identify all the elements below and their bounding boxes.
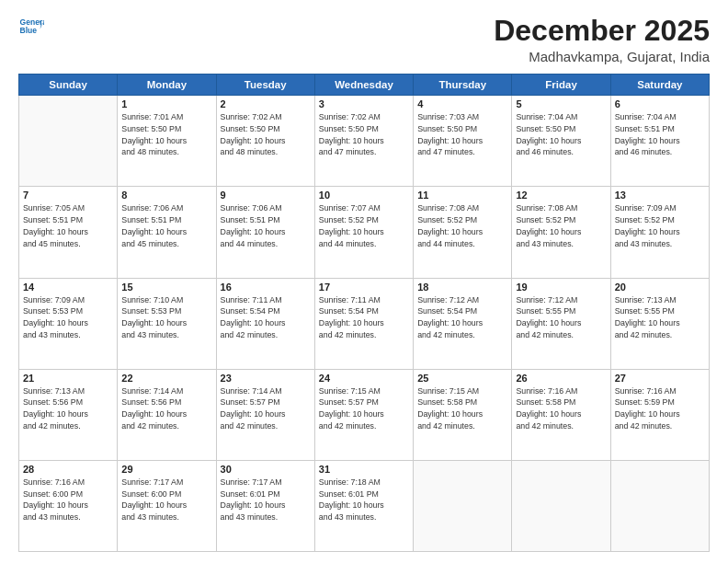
- cell-info: Sunrise: 7:10 AM Sunset: 5:53 PM Dayligh…: [121, 294, 211, 341]
- table-row: 5Sunrise: 7:04 AM Sunset: 5:50 PM Daylig…: [512, 96, 610, 187]
- header-row: Sunday Monday Tuesday Wednesday Thursday…: [19, 75, 710, 96]
- cell-info: Sunrise: 7:17 AM Sunset: 6:00 PM Dayligh…: [121, 477, 211, 523]
- cell-info: Sunrise: 7:14 AM Sunset: 5:57 PM Dayligh…: [221, 385, 311, 432]
- cell-info: Sunrise: 7:12 AM Sunset: 5:54 PM Dayligh…: [417, 294, 507, 341]
- table-row: [512, 460, 610, 551]
- table-row: 3Sunrise: 7:02 AM Sunset: 5:50 PM Daylig…: [314, 96, 413, 187]
- cell-info: Sunrise: 7:12 AM Sunset: 5:55 PM Dayligh…: [516, 294, 606, 341]
- cell-info: Sunrise: 7:16 AM Sunset: 5:59 PM Dayligh…: [615, 385, 705, 432]
- cell-info: Sunrise: 7:18 AM Sunset: 6:01 PM Dayligh…: [319, 477, 409, 523]
- cell-info: Sunrise: 7:16 AM Sunset: 6:00 PM Dayligh…: [23, 477, 113, 523]
- col-saturday: Saturday: [610, 75, 709, 96]
- table-row: 21Sunrise: 7:13 AM Sunset: 5:56 PM Dayli…: [19, 369, 118, 460]
- day-number: 2: [221, 98, 311, 109]
- table-row: [19, 96, 118, 187]
- table-row: 10Sunrise: 7:07 AM Sunset: 5:52 PM Dayli…: [314, 187, 413, 278]
- day-number: 3: [319, 98, 409, 109]
- table-row: 23Sunrise: 7:14 AM Sunset: 5:57 PM Dayli…: [216, 369, 314, 460]
- table-row: 29Sunrise: 7:17 AM Sunset: 6:00 PM Dayli…: [118, 460, 216, 551]
- table-row: 31Sunrise: 7:18 AM Sunset: 6:01 PM Dayli…: [314, 460, 413, 551]
- cell-info: Sunrise: 7:08 AM Sunset: 5:52 PM Dayligh…: [516, 202, 606, 249]
- cell-info: Sunrise: 7:08 AM Sunset: 5:52 PM Dayligh…: [417, 202, 507, 249]
- day-number: 29: [121, 464, 211, 475]
- day-number: 27: [615, 373, 705, 384]
- day-number: 25: [417, 373, 507, 384]
- table-row: 18Sunrise: 7:12 AM Sunset: 5:54 PM Dayli…: [414, 278, 512, 369]
- table-row: 1Sunrise: 7:01 AM Sunset: 5:50 PM Daylig…: [118, 96, 216, 187]
- day-number: 6: [615, 98, 705, 109]
- cell-info: Sunrise: 7:02 AM Sunset: 5:50 PM Dayligh…: [221, 111, 311, 158]
- table-row: 28Sunrise: 7:16 AM Sunset: 6:00 PM Dayli…: [19, 460, 118, 551]
- svg-text:Blue: Blue: [20, 26, 38, 35]
- day-number: 18: [417, 282, 507, 293]
- table-row: 6Sunrise: 7:04 AM Sunset: 5:51 PM Daylig…: [610, 96, 709, 187]
- table-row: [414, 460, 512, 551]
- cell-info: Sunrise: 7:15 AM Sunset: 5:58 PM Dayligh…: [417, 385, 507, 432]
- cell-info: Sunrise: 7:11 AM Sunset: 5:54 PM Dayligh…: [221, 294, 311, 341]
- day-number: 26: [516, 373, 606, 384]
- day-number: 7: [23, 190, 113, 201]
- day-number: 8: [121, 190, 211, 201]
- logo: General Blue: [18, 15, 44, 40]
- location: Madhavkampa, Gujarat, India: [494, 49, 710, 64]
- day-number: 15: [121, 282, 211, 293]
- calendar-week-row: 7Sunrise: 7:05 AM Sunset: 5:51 PM Daylig…: [19, 187, 710, 278]
- day-number: 1: [121, 98, 211, 109]
- col-monday: Monday: [118, 75, 216, 96]
- header: General Blue December 2025 Madhavkampa, …: [18, 15, 710, 64]
- table-row: 7Sunrise: 7:05 AM Sunset: 5:51 PM Daylig…: [19, 187, 118, 278]
- table-row: 15Sunrise: 7:10 AM Sunset: 5:53 PM Dayli…: [118, 278, 216, 369]
- cell-info: Sunrise: 7:04 AM Sunset: 5:51 PM Dayligh…: [615, 111, 705, 158]
- table-row: 11Sunrise: 7:08 AM Sunset: 5:52 PM Dayli…: [414, 187, 512, 278]
- cell-info: Sunrise: 7:11 AM Sunset: 5:54 PM Dayligh…: [319, 294, 409, 341]
- cell-info: Sunrise: 7:15 AM Sunset: 5:57 PM Dayligh…: [319, 385, 409, 432]
- title-block: December 2025 Madhavkampa, Gujarat, Indi…: [494, 15, 710, 64]
- table-row: 25Sunrise: 7:15 AM Sunset: 5:58 PM Dayli…: [414, 369, 512, 460]
- table-row: 22Sunrise: 7:14 AM Sunset: 5:56 PM Dayli…: [118, 369, 216, 460]
- cell-info: Sunrise: 7:09 AM Sunset: 5:53 PM Dayligh…: [23, 294, 113, 341]
- table-row: 12Sunrise: 7:08 AM Sunset: 5:52 PM Dayli…: [512, 187, 610, 278]
- table-row: 20Sunrise: 7:13 AM Sunset: 5:55 PM Dayli…: [610, 278, 709, 369]
- cell-info: Sunrise: 7:02 AM Sunset: 5:50 PM Dayligh…: [319, 111, 409, 158]
- col-wednesday: Wednesday: [314, 75, 413, 96]
- day-number: 23: [221, 373, 311, 384]
- col-thursday: Thursday: [414, 75, 512, 96]
- day-number: 28: [23, 464, 113, 475]
- day-number: 14: [23, 282, 113, 293]
- day-number: 17: [319, 282, 409, 293]
- day-number: 9: [221, 190, 311, 201]
- table-row: 14Sunrise: 7:09 AM Sunset: 5:53 PM Dayli…: [19, 278, 118, 369]
- table-row: 13Sunrise: 7:09 AM Sunset: 5:52 PM Dayli…: [610, 187, 709, 278]
- cell-info: Sunrise: 7:06 AM Sunset: 5:51 PM Dayligh…: [221, 202, 311, 249]
- page: General Blue December 2025 Madhavkampa, …: [0, 0, 728, 563]
- day-number: 24: [319, 373, 409, 384]
- month-title: December 2025: [494, 15, 710, 47]
- calendar-table: Sunday Monday Tuesday Wednesday Thursday…: [18, 74, 710, 552]
- cell-info: Sunrise: 7:14 AM Sunset: 5:56 PM Dayligh…: [121, 385, 211, 432]
- col-sunday: Sunday: [19, 75, 118, 96]
- col-tuesday: Tuesday: [216, 75, 314, 96]
- calendar-week-row: 1Sunrise: 7:01 AM Sunset: 5:50 PM Daylig…: [19, 96, 710, 187]
- day-number: 10: [319, 190, 409, 201]
- logo-icon: General Blue: [18, 15, 44, 40]
- cell-info: Sunrise: 7:09 AM Sunset: 5:52 PM Dayligh…: [615, 202, 705, 249]
- table-row: 27Sunrise: 7:16 AM Sunset: 5:59 PM Dayli…: [610, 369, 709, 460]
- day-number: 30: [221, 464, 311, 475]
- day-number: 12: [516, 190, 606, 201]
- table-row: 16Sunrise: 7:11 AM Sunset: 5:54 PM Dayli…: [216, 278, 314, 369]
- cell-info: Sunrise: 7:16 AM Sunset: 5:58 PM Dayligh…: [516, 385, 606, 432]
- cell-info: Sunrise: 7:13 AM Sunset: 5:56 PM Dayligh…: [23, 385, 113, 432]
- cell-info: Sunrise: 7:07 AM Sunset: 5:52 PM Dayligh…: [319, 202, 409, 249]
- day-number: 11: [417, 190, 507, 201]
- day-number: 20: [615, 282, 705, 293]
- day-number: 21: [23, 373, 113, 384]
- day-number: 22: [121, 373, 211, 384]
- cell-info: Sunrise: 7:01 AM Sunset: 5:50 PM Dayligh…: [121, 111, 211, 158]
- calendar-week-row: 21Sunrise: 7:13 AM Sunset: 5:56 PM Dayli…: [19, 369, 710, 460]
- cell-info: Sunrise: 7:04 AM Sunset: 5:50 PM Dayligh…: [516, 111, 606, 158]
- day-number: 31: [319, 464, 409, 475]
- table-row: 26Sunrise: 7:16 AM Sunset: 5:58 PM Dayli…: [512, 369, 610, 460]
- day-number: 19: [516, 282, 606, 293]
- table-row: 30Sunrise: 7:17 AM Sunset: 6:01 PM Dayli…: [216, 460, 314, 551]
- table-row: 19Sunrise: 7:12 AM Sunset: 5:55 PM Dayli…: [512, 278, 610, 369]
